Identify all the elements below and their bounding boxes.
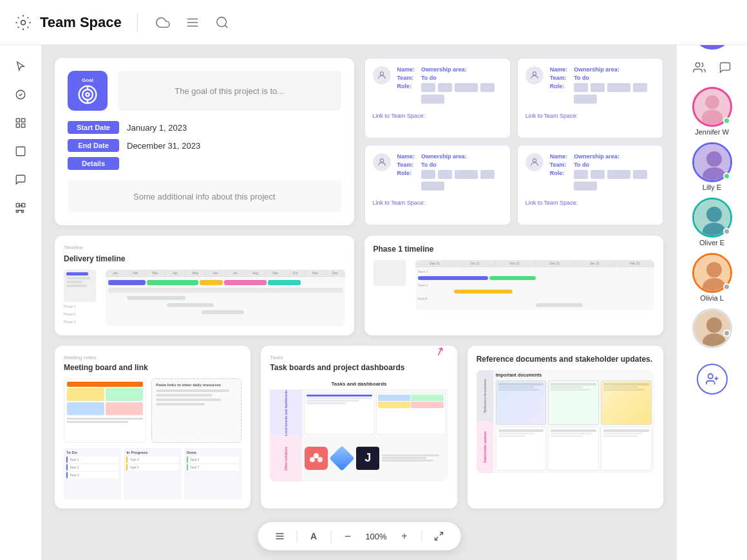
link-text-3[interactable]: Link to Team Space: — [373, 200, 425, 206]
zoom-out-button[interactable]: − — [339, 527, 357, 545]
role-label-3: Role: — [397, 170, 412, 176]
link-text-1[interactable]: Link to Team Space: — [373, 113, 425, 119]
check-tool[interactable] — [9, 83, 32, 106]
lilly-name: Lilly E — [703, 183, 721, 191]
timeline-small-label: Timeline — [64, 245, 345, 250]
meeting-thumb-right: Paste links to other daily resources — [151, 378, 241, 443]
name-label-3: Name: — [397, 153, 415, 160]
month-mar: Mar — [146, 270, 165, 276]
phase1-months-header: Sep 21 Oct 21 Nov 21 Dec 21 Jan 22 Feb 2… — [415, 260, 655, 267]
info-row-name: Name: — [397, 66, 415, 73]
meeting-thumbnails: Paste links to other daily resources — [64, 378, 241, 443]
svg-point-4 — [217, 17, 227, 26]
ref-doc-3 — [601, 380, 652, 425]
details-row: Details — [68, 157, 341, 170]
bt2-bottom — [378, 402, 444, 408]
bt1-r3 — [307, 402, 346, 404]
fullscreen-button[interactable] — [430, 527, 448, 545]
ph-2-1 — [574, 83, 588, 92]
mt-line-1 — [67, 418, 143, 420]
comment-tool[interactable] — [9, 168, 32, 191]
p1-bar-2 — [489, 276, 536, 280]
top-bar-actions — [153, 13, 232, 32]
team-card-2-ownership: Ownership area: To do — [574, 66, 655, 104]
ref-doc-1 — [496, 380, 547, 425]
month-sep: Sep — [265, 270, 285, 276]
tl-bar-1c — [200, 280, 223, 285]
lilly-avatar-container: Lilly E — [692, 142, 732, 191]
tl-bar-4a — [202, 310, 243, 314]
name-label: Name: — [397, 66, 415, 73]
mt-cell-2 — [106, 388, 143, 401]
rd5-line-1 — [551, 429, 596, 432]
mt-lines — [64, 415, 146, 425]
list-view-button[interactable] — [270, 527, 288, 545]
p1-label-team1: Team 1 — [418, 270, 652, 274]
lilly-status-dot — [723, 173, 730, 180]
phase1-timeline-card: Phase 1 timeline Sep 21 Oct 21 Nov 21 De… — [364, 236, 664, 335]
person-icon-3 — [373, 153, 391, 171]
end-date-row: End Date December 31, 2023 — [68, 139, 341, 152]
link-text-4[interactable]: Link to Team Space: — [525, 200, 578, 206]
team-label-2: Team: — [550, 75, 567, 81]
team-card-1: Name: Team: Role: Ownership area: To do — [364, 58, 511, 138]
chat-icon[interactable] — [716, 59, 734, 77]
search-button[interactable] — [213, 13, 232, 32]
kanban-item-4: Task 4 — [126, 456, 178, 463]
ownership-label-1: Ownership area: — [421, 66, 502, 73]
tl-row-1 — [108, 279, 343, 286]
rd4-line-3 — [498, 435, 525, 437]
svg-point-34 — [86, 93, 89, 96]
ownership-label-4: Ownership area: — [574, 153, 655, 160]
svg-point-29 — [708, 374, 712, 378]
ref-stripe-2: Stakeholder updates — [477, 422, 493, 473]
ref-doc-5 — [548, 427, 599, 471]
oliver-status-dot — [723, 228, 730, 235]
p1-label-team2: Team 2 — [418, 283, 652, 287]
month-oct: Oct — [285, 270, 305, 276]
ref-doc-2 — [548, 380, 599, 425]
tl-row-2 — [108, 295, 343, 301]
ph-2-4 — [633, 83, 647, 92]
info-row-role: Role: — [397, 83, 415, 89]
plugin-tool[interactable] — [9, 196, 32, 219]
ph-4-5 — [574, 182, 597, 191]
mt-line-2 — [67, 421, 128, 423]
info-row-team: Team: — [397, 75, 415, 81]
p1-bar-3 — [454, 290, 513, 294]
team-icon[interactable] — [690, 59, 708, 77]
team-card-4-info: Name: Team: Role: — [550, 153, 568, 178]
rd3-line-3 — [603, 389, 645, 391]
month-jul: Jul — [225, 270, 245, 276]
team-cards-grid: Name: Team: Role: Ownership area: To do — [364, 58, 664, 225]
rd6-line-2 — [603, 433, 642, 434]
mt-r-line-4 — [156, 403, 205, 406]
person-icon-2 — [525, 66, 544, 84]
canvas-grid: Goal The goal of this project is to... — [55, 58, 663, 509]
cursor-tool[interactable] — [9, 55, 32, 78]
team-card-4: Name: Team: Role: Ownership area: To do — [517, 145, 663, 225]
rd5-line-2 — [551, 433, 592, 434]
grid-tool[interactable] — [9, 111, 32, 135]
ph-3-5 — [421, 182, 444, 191]
task-board-inner: Tasks and dashboards Local boards and da… — [270, 378, 448, 481]
bt2-t1 — [378, 395, 410, 401]
link-text-2[interactable]: Link to Team Space: — [525, 113, 578, 119]
cloud-button[interactable] — [153, 13, 173, 32]
menu-button[interactable] — [183, 13, 202, 32]
add-person-button[interactable] — [697, 364, 728, 395]
text-button[interactable]: A — [305, 527, 323, 545]
phase1-legend — [374, 260, 409, 310]
person-icon-4 — [525, 153, 544, 171]
ph-4-2 — [591, 170, 605, 179]
frame-tool[interactable] — [9, 140, 32, 163]
tasks-dashboards-title: Tasks and dashboards — [270, 378, 448, 390]
name-label-2: Name: — [550, 66, 568, 73]
month-nov: Nov — [305, 270, 325, 276]
meeting-small-label: Meeting notes — [64, 355, 241, 360]
p1-bar-4 — [536, 303, 583, 307]
zoom-in-button[interactable]: + — [395, 527, 413, 545]
rd2-line-1 — [551, 383, 596, 386]
fifth-avatar[interactable] — [692, 308, 732, 348]
goal-label: Goal — [82, 77, 93, 83]
